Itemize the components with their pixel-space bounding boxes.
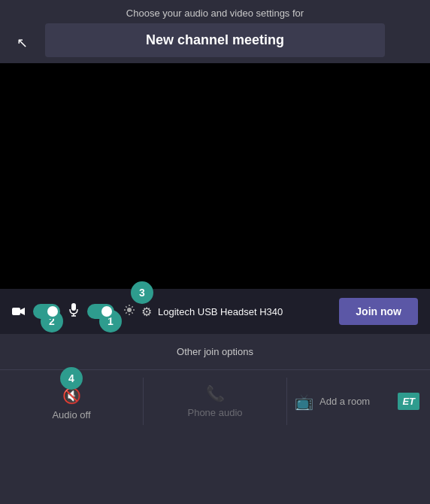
other-join-title: Other join options: [0, 346, 430, 357]
mic-icon: [69, 303, 78, 320]
svg-point-5: [127, 308, 132, 312]
phone-audio-option: 📞 Phone audio: [144, 370, 286, 433]
phone-audio-icon: 📞: [206, 384, 225, 402]
mic-toggle[interactable]: [87, 304, 114, 319]
svg-rect-0: [12, 308, 20, 315]
meeting-title-bar: New channel meeting: [45, 23, 385, 57]
audio-device-name: Logitech USB Headset H340: [158, 306, 283, 317]
audio-off-label: Audio off: [52, 409, 90, 421]
audio-off-option[interactable]: 4 🔇 Audio off: [0, 370, 143, 433]
meeting-title: New channel meeting: [146, 32, 284, 47]
badge-3: 3: [131, 281, 153, 304]
svg-rect-2: [71, 303, 76, 311]
add-room-icon: 📺: [295, 393, 313, 411]
mouse-cursor: ↖: [17, 35, 28, 51]
svg-marker-1: [20, 308, 25, 315]
header-subtitle: Choose your audio and video settings for: [0, 0, 430, 23]
camera-toggle[interactable]: [33, 304, 60, 319]
join-options-row: 4 🔇 Audio off 📞 Phone audio 📺 Add a room…: [0, 369, 430, 433]
join-now-button[interactable]: Join now: [339, 298, 418, 325]
badge-4: 4: [60, 367, 83, 390]
phone-audio-label: Phone audio: [187, 407, 242, 418]
subtitle-text: Choose your audio and video settings for: [126, 8, 304, 19]
bottom-section: Other join options 4 🔇 Audio off 📞 Phone…: [0, 334, 430, 433]
add-room-label: Add a room: [319, 396, 370, 407]
camera-preview: [0, 63, 430, 289]
et-logo: ET: [398, 393, 419, 410]
gear-icon[interactable]: ⚙: [141, 305, 152, 319]
add-a-room-option[interactable]: 📺 Add a room ET: [287, 370, 430, 433]
control-bar: 3 2 1: [0, 289, 430, 334]
camera-icon: [12, 306, 26, 317]
effects-icon: [123, 304, 135, 319]
